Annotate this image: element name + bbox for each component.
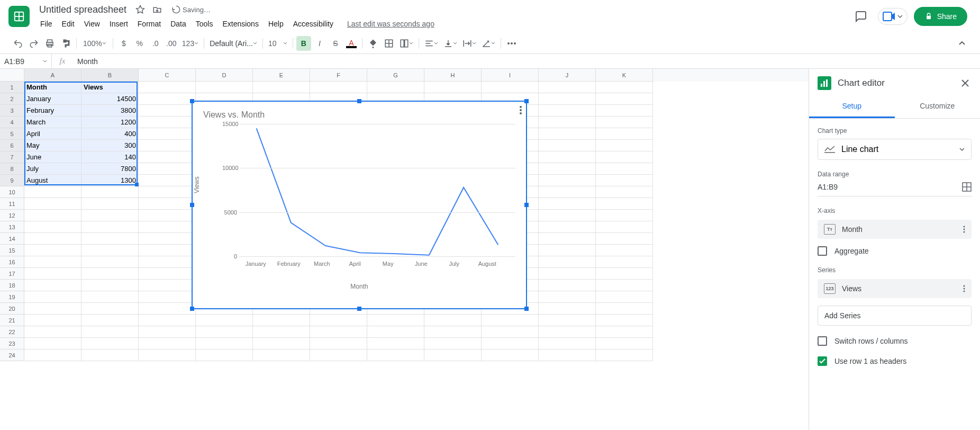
cell-D24[interactable] xyxy=(196,350,253,361)
menu-format[interactable]: Format xyxy=(133,17,165,30)
strikethrough-button[interactable]: S xyxy=(328,36,343,51)
cell-B2[interactable]: 14500 xyxy=(81,93,139,105)
chart-type-select[interactable]: Line chart xyxy=(818,139,972,160)
menu-edit[interactable]: Edit xyxy=(58,17,79,30)
name-box[interactable]: A1:B9 xyxy=(0,54,52,68)
cell-D23[interactable] xyxy=(196,338,253,350)
sheet-area[interactable]: ABCDEFGHIJK 1234567891011121314151617181… xyxy=(0,69,809,430)
col-header-H[interactable]: H xyxy=(424,69,482,82)
cell-A6[interactable]: May xyxy=(24,140,81,151)
formula-input[interactable]: Month xyxy=(73,57,980,66)
cell-K9[interactable] xyxy=(596,175,653,186)
bold-button[interactable]: B xyxy=(296,36,311,51)
row-header-4[interactable]: 4 xyxy=(0,117,24,128)
cell-A23[interactable] xyxy=(24,338,81,350)
cell-A2[interactable]: January xyxy=(24,93,81,105)
menu-help[interactable]: Help xyxy=(264,17,288,30)
cell-C18[interactable] xyxy=(139,280,196,291)
cell-K24[interactable] xyxy=(596,350,653,361)
cell-B4[interactable]: 1200 xyxy=(81,117,139,128)
share-button[interactable]: Share xyxy=(914,7,967,26)
cell-B11[interactable] xyxy=(81,198,139,210)
cell-C23[interactable] xyxy=(139,338,196,350)
row-header-7[interactable]: 7 xyxy=(0,151,24,163)
row-header-18[interactable]: 18 xyxy=(0,280,24,291)
cell-B5[interactable]: 400 xyxy=(81,128,139,140)
cell-J18[interactable] xyxy=(539,280,596,291)
menu-data[interactable]: Data xyxy=(166,17,190,30)
cell-E21[interactable] xyxy=(253,315,310,326)
font-size-select[interactable]: 10 xyxy=(266,36,289,51)
cell-G1[interactable] xyxy=(367,82,424,93)
merge-button[interactable] xyxy=(397,36,415,51)
row-header-14[interactable]: 14 xyxy=(0,233,24,245)
row-header-23[interactable]: 23 xyxy=(0,338,24,350)
cell-H21[interactable] xyxy=(424,315,482,326)
cell-C5[interactable] xyxy=(139,128,196,140)
cell-A13[interactable] xyxy=(24,221,81,233)
menu-accessibility[interactable]: Accessibility xyxy=(289,17,338,30)
cell-G22[interactable] xyxy=(367,326,424,338)
menu-insert[interactable]: Insert xyxy=(105,17,132,30)
cell-K2[interactable] xyxy=(596,93,653,105)
cell-K11[interactable] xyxy=(596,198,653,210)
valign-button[interactable] xyxy=(441,36,459,51)
cell-J11[interactable] xyxy=(539,198,596,210)
cell-J5[interactable] xyxy=(539,128,596,140)
increase-decimal-button[interactable]: .00 xyxy=(164,36,179,51)
cell-A11[interactable] xyxy=(24,198,81,210)
cell-A1[interactable]: Month xyxy=(24,82,81,93)
cell-C24[interactable] xyxy=(139,350,196,361)
cell-C15[interactable] xyxy=(139,245,196,256)
borders-button[interactable] xyxy=(382,36,396,51)
col-header-I[interactable]: I xyxy=(482,69,539,82)
row-header-24[interactable]: 24 xyxy=(0,350,24,361)
meet-button[interactable] xyxy=(878,8,908,25)
cell-K10[interactable] xyxy=(596,186,653,198)
cell-A21[interactable] xyxy=(24,315,81,326)
zoom-select[interactable]: 100% xyxy=(80,36,110,51)
cell-K7[interactable] xyxy=(596,151,653,163)
cell-A12[interactable] xyxy=(24,210,81,221)
xaxis-chip[interactable]: Tт Month xyxy=(818,220,972,239)
font-select[interactable]: Default (Ari... xyxy=(207,36,259,51)
cell-K5[interactable] xyxy=(596,128,653,140)
cell-B14[interactable] xyxy=(81,233,139,245)
cell-C21[interactable] xyxy=(139,315,196,326)
percent-button[interactable]: % xyxy=(132,36,147,51)
decrease-decimal-button[interactable]: .0 xyxy=(148,36,163,51)
row-header-6[interactable]: 6 xyxy=(0,140,24,151)
cell-A10[interactable] xyxy=(24,186,81,198)
cell-E24[interactable] xyxy=(253,350,310,361)
cell-D22[interactable] xyxy=(196,326,253,338)
cell-A5[interactable]: April xyxy=(24,128,81,140)
menu-extensions[interactable]: Extensions xyxy=(218,17,262,30)
row-header-5[interactable]: 5 xyxy=(0,128,24,140)
comments-button[interactable] xyxy=(850,6,872,27)
cell-J20[interactable] xyxy=(539,303,596,315)
tab-setup[interactable]: Setup xyxy=(809,95,895,118)
cell-B13[interactable] xyxy=(81,221,139,233)
tab-customize[interactable]: Customize xyxy=(895,95,981,118)
cell-F23[interactable] xyxy=(310,338,367,350)
cell-A4[interactable]: March xyxy=(24,117,81,128)
sheets-app-icon[interactable] xyxy=(8,6,30,27)
last-edit-link[interactable]: Last edit was seconds ago xyxy=(343,17,439,30)
move-icon[interactable] xyxy=(151,3,164,16)
cell-C12[interactable] xyxy=(139,210,196,221)
text-color-button[interactable]: A xyxy=(344,36,359,51)
cell-A24[interactable] xyxy=(24,350,81,361)
cell-J13[interactable] xyxy=(539,221,596,233)
row-header-8[interactable]: 8 xyxy=(0,163,24,175)
data-range-picker-icon[interactable] xyxy=(962,182,972,192)
cell-C13[interactable] xyxy=(139,221,196,233)
cell-C2[interactable] xyxy=(139,93,196,105)
close-sidebar-button[interactable] xyxy=(959,77,972,89)
currency-button[interactable]: $ xyxy=(116,36,131,51)
cell-K22[interactable] xyxy=(596,326,653,338)
print-button[interactable] xyxy=(42,36,57,51)
cell-J10[interactable] xyxy=(539,186,596,198)
aggregate-checkbox[interactable]: Aggregate xyxy=(818,246,972,256)
cell-K16[interactable] xyxy=(596,256,653,268)
col-header-C[interactable]: C xyxy=(139,69,196,82)
